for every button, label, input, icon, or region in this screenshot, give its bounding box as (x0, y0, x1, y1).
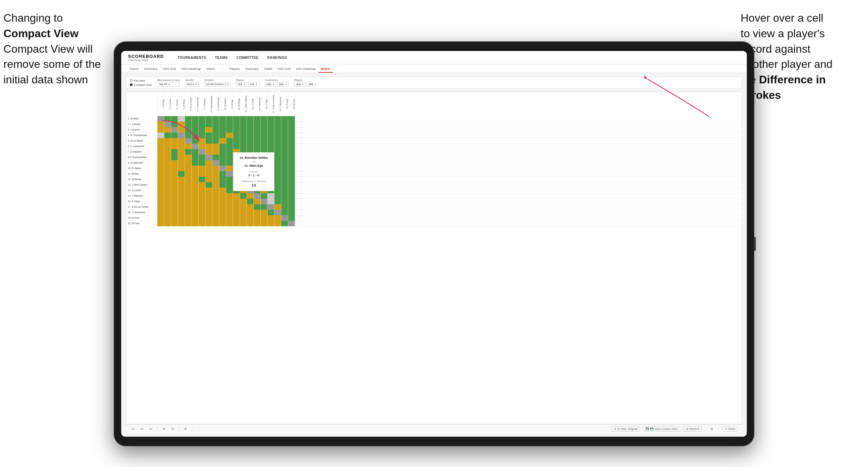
tab-summary2[interactable]: Summary (242, 66, 261, 73)
matrix-cell[interactable] (164, 160, 171, 166)
matrix-cell[interactable] (281, 133, 288, 138)
matrix-cell[interactable] (206, 188, 212, 193)
matrix-cell[interactable] (261, 133, 268, 138)
matrix-cell[interactable] (171, 144, 178, 149)
matrix-cell[interactable] (157, 149, 164, 155)
matrix-cell[interactable] (199, 177, 206, 182)
matrix-cell[interactable] (281, 188, 288, 193)
matrix-cell[interactable] (199, 155, 206, 160)
matrix-cell[interactable] (199, 221, 206, 226)
matrix-cell[interactable] (219, 149, 226, 155)
matrix-cell[interactable] (295, 221, 302, 226)
matrix-cell[interactable] (240, 138, 247, 144)
matrix-cell[interactable] (171, 127, 178, 133)
view-original-btn[interactable]: ⊙ ⊙ View: Original (611, 426, 640, 432)
matrix-cell[interactable] (192, 177, 199, 182)
matrix-cell[interactable] (274, 144, 281, 149)
matrix-cell[interactable] (192, 149, 199, 155)
matrix-cell[interactable] (171, 149, 178, 155)
matrix-cell[interactable] (226, 204, 233, 210)
matrix-cell[interactable] (219, 155, 226, 160)
matrix-cell[interactable] (192, 199, 199, 204)
matrix-cell[interactable] (219, 204, 226, 210)
matrix-cell[interactable] (247, 199, 254, 204)
matrix-cell[interactable] (192, 171, 199, 177)
matrix-cell[interactable] (157, 188, 164, 193)
matrix-cell[interactable] (219, 188, 226, 193)
matrix-cell[interactable] (233, 116, 240, 122)
matrix-cell[interactable] (261, 138, 268, 144)
matrix-cell[interactable] (157, 171, 164, 177)
matrix-cell[interactable] (295, 144, 302, 149)
matrix-cell[interactable] (192, 127, 199, 133)
matrix-cell[interactable] (247, 215, 254, 221)
matrix-cell[interactable] (226, 160, 233, 166)
matrix-cell[interactable] (212, 155, 219, 160)
tab-summary1[interactable]: Summary (142, 66, 160, 73)
matrix-cell[interactable] (212, 177, 219, 182)
matrix-cell[interactable] (261, 215, 268, 221)
matrix-cell[interactable] (226, 199, 233, 204)
zoom-btn[interactable]: ⊕ (161, 427, 167, 431)
matrix-cell[interactable] (226, 127, 233, 133)
share-btn[interactable]: ↗ Share (722, 426, 738, 432)
matrix-cell[interactable] (178, 116, 185, 122)
matrix-cell[interactable] (226, 221, 233, 226)
matrix-cell[interactable] (178, 193, 185, 199)
matrix-cell[interactable] (226, 182, 233, 188)
matrix-cell[interactable] (219, 116, 226, 122)
matrix-cell[interactable] (178, 127, 185, 133)
matrix-cell[interactable] (192, 116, 199, 122)
matrix-cell[interactable] (288, 160, 295, 166)
matrix-cell[interactable] (199, 166, 206, 171)
matrix-cell[interactable] (157, 127, 164, 133)
matrix-cell[interactable] (164, 133, 171, 138)
matrix-cell[interactable] (288, 221, 295, 226)
matrix-cell[interactable] (268, 144, 274, 149)
matrix-cell[interactable] (164, 144, 171, 149)
matrix-cell[interactable] (288, 166, 295, 171)
matrix-cell[interactable] (212, 221, 219, 226)
matrix-cell[interactable] (171, 204, 178, 210)
matrix-cell[interactable] (288, 171, 295, 177)
matrix-cell[interactable] (171, 116, 178, 122)
matrix-cell[interactable] (295, 177, 302, 182)
matrix-cell[interactable] (178, 138, 185, 144)
matrix-cell[interactable] (233, 204, 240, 210)
matrix-cell[interactable] (254, 204, 261, 210)
matrix-cell[interactable] (185, 215, 192, 221)
matrix-cell[interactable] (199, 160, 206, 166)
matrix-cell[interactable] (178, 122, 185, 127)
matrix-cell[interactable] (206, 171, 212, 177)
matrix-cell[interactable] (192, 138, 199, 144)
redo2-btn[interactable]: ↩ (148, 426, 154, 432)
matrix-cell[interactable] (164, 127, 171, 133)
matrix-cell[interactable] (295, 210, 302, 215)
matrix-cell[interactable] (261, 210, 268, 215)
matrix-cell[interactable] (164, 171, 171, 177)
matrix-cell[interactable] (240, 122, 247, 127)
matrix-cell[interactable] (247, 122, 254, 127)
matrix-cell[interactable] (240, 144, 247, 149)
matrix-cell[interactable] (288, 133, 295, 138)
matrix-cell[interactable] (274, 166, 281, 171)
matrix-cell[interactable] (206, 193, 212, 199)
tab-players[interactable]: Players (227, 66, 242, 73)
matrix-cell[interactable] (164, 166, 171, 171)
matrix-cell[interactable] (199, 188, 206, 193)
matrix-cell[interactable] (288, 127, 295, 133)
matrix-cell[interactable] (226, 210, 233, 215)
matrix-cell[interactable] (219, 199, 226, 204)
matrix-cell[interactable] (178, 160, 185, 166)
matrix-cell[interactable] (261, 116, 268, 122)
matrix-cell[interactable] (240, 116, 247, 122)
matrix-cell[interactable] (233, 122, 240, 127)
matrix-cell[interactable] (199, 204, 206, 210)
matrix-cell[interactable] (185, 193, 192, 199)
matrix-cell[interactable] (199, 199, 206, 204)
matrix-cell[interactable] (268, 204, 274, 210)
matrix-cell[interactable] (192, 182, 199, 188)
matrix-cell[interactable] (254, 144, 261, 149)
grid-btn[interactable]: ⊞ (709, 427, 714, 431)
matrix-cell[interactable] (268, 215, 274, 221)
